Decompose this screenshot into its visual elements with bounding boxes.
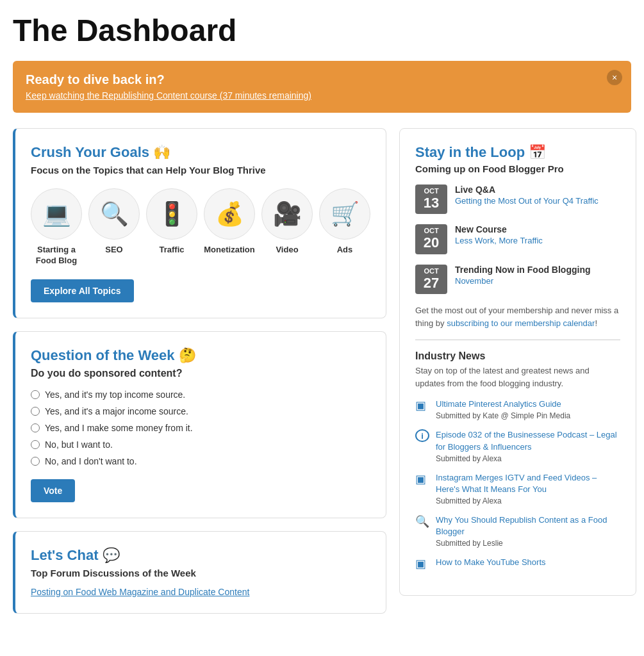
page-title: The Dashboard [13, 13, 631, 48]
phone-icon: ▣ [415, 472, 429, 486]
poll-option-label: No, but I want to. [45, 439, 113, 450]
topic-label: Starting a Food Blog [31, 245, 82, 266]
banner-close-button[interactable]: × [607, 70, 622, 85]
topic-label: Monetization [204, 245, 254, 256]
news-list: ▣ Ultimate Pinterest Analytics Guide Sub… [415, 398, 620, 571]
stay-in-loop-card: Stay in the Loop 📅 Coming up on Food Blo… [399, 128, 636, 596]
event-link[interactable]: November [455, 276, 493, 286]
phone-icon: ▣ [415, 398, 429, 413]
poll-option-label: No, and I don't want to. [45, 456, 137, 466]
event-type: New Course [455, 224, 543, 234]
topic-icon: 💻 [31, 188, 82, 240]
news-content: Instagram Merges IGTV and Feed Videos – … [436, 472, 620, 505]
news-link[interactable]: Instagram Merges IGTV and Feed Videos – … [436, 472, 620, 495]
forum-link[interactable]: Posting on Food Web Magazine and Duplica… [31, 587, 249, 597]
poll-radio[interactable] [31, 440, 40, 449]
news-link[interactable]: Episode 032 of the Businessese Podcast –… [436, 429, 620, 452]
news-content: Episode 032 of the Businessese Podcast –… [436, 429, 620, 463]
lets-chat-title: Let's Chat 💬 [31, 547, 370, 564]
news-submitter: Submitted by Alexa [436, 454, 620, 463]
event-date-badge: Oct 27 [415, 265, 447, 294]
page-wrapper: The Dashboard Ready to dive back in? Kee… [0, 0, 644, 627]
event-details: Trending Now in Food Blogging November [455, 265, 591, 294]
poll-option[interactable]: Yes, and I make some money from it. [31, 423, 370, 433]
stay-title: Stay in the Loop 📅 [415, 144, 620, 161]
news-content: Ultimate Pinterest Analytics Guide Submi… [436, 398, 570, 420]
poll-radio[interactable] [31, 423, 40, 432]
event-details: New Course Less Work, More Traffic [455, 224, 543, 254]
main-grid: Crush Your Goals 🙌 Focus on the Topics t… [13, 128, 631, 614]
news-link[interactable]: Why You Should Republish Content as a Fo… [436, 514, 620, 537]
topic-label: SEO [105, 245, 122, 256]
news-submitter: Submitted by Leslie [436, 539, 620, 548]
left-column: Crush Your Goals 🙌 Focus on the Topics t… [13, 128, 386, 614]
topic-item[interactable]: 🚦 Traffic [146, 188, 197, 266]
stay-subtitle: Coming up on Food Blogger Pro [415, 163, 620, 174]
topic-item[interactable]: 🛒 Ads [319, 188, 370, 266]
event-item: Oct 13 Live Q&A Getting the Most Out of … [415, 184, 620, 214]
poll-option[interactable]: Yes, and it's my top income source. [31, 390, 370, 400]
poll-option-label: Yes, and it's my top income source. [45, 390, 185, 400]
event-link[interactable]: Getting the Most Out of Your Q4 Traffic [455, 196, 599, 206]
event-item: Oct 20 New Course Less Work, More Traffi… [415, 224, 620, 254]
event-month: Oct [415, 267, 447, 275]
crush-goals-title: Crush Your Goals 🙌 [31, 144, 370, 161]
banner-title: Ready to dive back in? [26, 72, 599, 87]
news-link[interactable]: How to Make YouTube Shorts [436, 557, 546, 568]
poll-option[interactable]: No, and I don't want to. [31, 456, 370, 466]
explore-topics-button[interactable]: Explore All Topics [31, 279, 134, 302]
vote-button[interactable]: Vote [31, 479, 75, 502]
poll-radio[interactable] [31, 457, 40, 466]
news-submitter: Submitted by Kate @ Simple Pin Media [436, 411, 570, 420]
poll-radio[interactable] [31, 390, 40, 399]
event-date-badge: Oct 13 [415, 184, 447, 214]
news-item: ▣ How to Make YouTube Shorts [415, 557, 620, 571]
news-submitter: Submitted by Alexa [436, 496, 620, 505]
crush-goals-card: Crush Your Goals 🙌 Focus on the Topics t… [13, 128, 386, 318]
news-link[interactable]: Ultimate Pinterest Analytics Guide [436, 398, 570, 410]
poll-radio[interactable] [31, 407, 40, 416]
topic-icon: 🎥 [261, 188, 313, 240]
poll-options: Yes, and it's my top income source.Yes, … [31, 390, 370, 466]
banner: Ready to dive back in? Keep watching the… [13, 61, 631, 113]
industry-news-title: Industry News [415, 350, 620, 362]
event-details: Live Q&A Getting the Most Out of Your Q4… [455, 184, 599, 214]
right-column: Stay in the Loop 📅 Coming up on Food Blo… [399, 128, 636, 614]
crush-goals-subtitle: Focus on the Topics that can Help Your B… [31, 165, 370, 176]
topic-item[interactable]: 💰 Monetization [204, 188, 255, 266]
topic-label: Video [276, 245, 298, 256]
lets-chat-subtitle: Top Forum Discussions of the Week [31, 568, 370, 578]
event-day: 27 [415, 275, 447, 291]
news-item: i Episode 032 of the Businessese Podcast… [415, 429, 620, 463]
event-day: 20 [415, 234, 447, 251]
topic-label: Ads [337, 245, 353, 256]
phone-icon: ▣ [415, 557, 429, 571]
poll-option[interactable]: No, but I want to. [31, 439, 370, 450]
news-item: ▣ Ultimate Pinterest Analytics Guide Sub… [415, 398, 620, 420]
event-type: Trending Now in Food Blogging [455, 265, 591, 275]
event-month: Oct [415, 227, 447, 234]
topic-item[interactable]: 🔍 SEO [88, 188, 140, 266]
calendar-link[interactable]: subscribing to our membership calendar [447, 318, 595, 328]
topic-icon: 🚦 [146, 188, 197, 240]
news-content: Why You Should Republish Content as a Fo… [436, 514, 620, 548]
poll-option-label: Yes, and I make some money from it. [45, 423, 193, 433]
topic-item[interactable]: 🎥 Video [261, 188, 313, 266]
news-content: How to Make YouTube Shorts [436, 557, 546, 568]
topic-icon: 🔍 [88, 188, 140, 240]
divider [415, 340, 620, 340]
topics-grid: 💻 Starting a Food Blog 🔍 SEO 🚦 Traffic 💰… [31, 188, 370, 266]
poll-option-label: Yes, and it's a major income source. [45, 406, 188, 416]
banner-link[interactable]: Keep watching the Republishing Content c… [26, 90, 311, 101]
lets-chat-card: Let's Chat 💬 Top Forum Discussions of th… [13, 531, 386, 614]
topic-icon: 🛒 [319, 188, 370, 240]
news-item: 🔍 Why You Should Republish Content as a … [415, 514, 620, 548]
events-list: Oct 13 Live Q&A Getting the Most Out of … [415, 184, 620, 294]
topic-item[interactable]: 💻 Starting a Food Blog [31, 188, 82, 266]
topic-label: Traffic [159, 245, 184, 256]
poll-option[interactable]: Yes, and it's a major income source. [31, 406, 370, 416]
news-item: ▣ Instagram Merges IGTV and Feed Videos … [415, 472, 620, 505]
search-icon: 🔍 [415, 514, 429, 529]
event-link[interactable]: Less Work, More Traffic [455, 236, 543, 245]
event-item: Oct 27 Trending Now in Food Blogging Nov… [415, 265, 620, 294]
